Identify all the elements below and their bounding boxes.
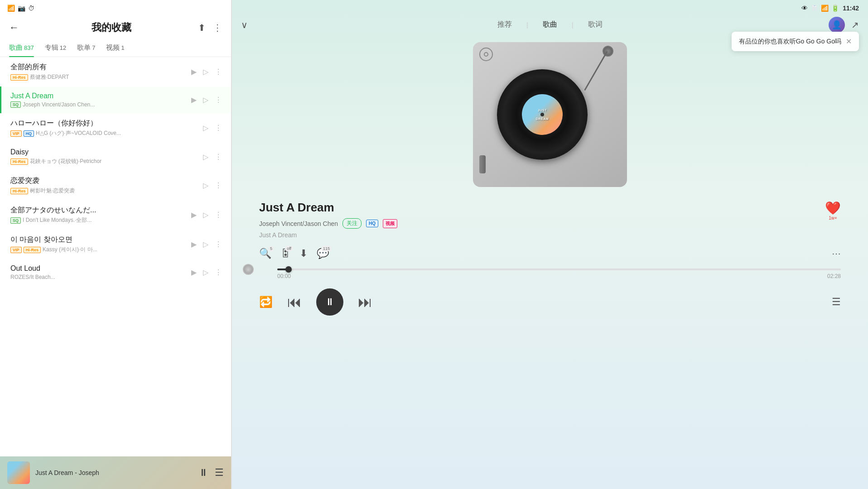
more-options-button[interactable]: ⋮ [215,268,222,277]
sound-quality-badge: 5 [268,246,274,251]
badge-sq: SQ [10,101,21,108]
play-video-button[interactable]: ▶ [191,268,197,277]
add-to-playlist-button[interactable]: ▷ [203,124,208,132]
song-artist: I Don't Like Mondays.·全部... [23,216,92,224]
more-options-button[interactable]: ⋮ [215,240,222,249]
play-video-button[interactable]: ▶ [191,240,197,249]
list-item[interactable]: Daisy Hi-Res 花鋏キョウ (花铰镜)·Petrichor ▷ ⋮ [0,143,231,171]
nav-tab-songs[interactable]: 歌曲 [543,20,557,29]
header-actions: ⬆ ⋮ [198,22,222,33]
more-options-button[interactable]: ⋮ [215,124,222,132]
play-video-button[interactable]: ▶ [191,96,197,104]
list-item[interactable]: 이 마음이 찾아오면 VIP Hi-Res Kassy (케이시)·이 마...… [0,230,231,259]
total-time: 02:28 [827,273,841,279]
right-panel: 👁 🦷 📶 🔋 11:42 ∨ 推荐 | 歌曲 | 歌词 👤 ↗ 有品位的你也喜… [232,0,868,489]
song-title: Out Loud [10,264,188,273]
tabs-bar: 歌曲837 专辑12 歌单7 视频1 [0,39,231,57]
playlist-button[interactable]: ☰ [832,296,841,308]
vinyl-knob [243,264,254,275]
next-button[interactable]: ⏭ [358,294,372,311]
mini-playlist-button[interactable]: ☰ [215,467,224,479]
add-to-playlist-button[interactable]: ▷ [203,240,208,249]
song-detail: Just A Dream Joseph Vincent/Jason Chen 关… [232,192,868,243]
camera-icon: 📷 [18,5,25,12]
current-time: 00:00 [277,273,291,279]
tab-songs[interactable]: 歌曲837 [9,39,34,57]
turntable-knob [479,155,486,173]
avatar[interactable]: 👤 [829,17,845,33]
collapse-button[interactable]: ∨ [241,19,248,30]
nav-tab-recommend[interactable]: 推荐 [497,20,512,29]
progress-area: 00:00 02:28 [232,264,868,279]
right-status-bar: 👁 🦷 📶 🔋 11:42 [232,0,868,16]
list-item[interactable]: 全部アナタのせいなんだ... SQ I Don't Like Mondays.·… [0,200,231,230]
add-to-playlist-button[interactable]: ▷ [203,211,208,219]
progress-thumb[interactable] [285,266,292,273]
player-song-title: Just A Dream [259,201,825,215]
add-to-playlist-button[interactable]: ▷ [203,268,208,277]
tab-playlists[interactable]: 歌单7 [77,39,95,57]
list-item[interactable]: 恋爱突袭 Hi-Res 树影叶魅·恋爱突袭 ▷ ⋮ [0,171,231,200]
equalizer-badge: off [285,246,293,251]
song-artist: ROZES/It Beach... [10,274,55,280]
add-to-playlist-button[interactable]: ▷ [203,181,208,190]
action-equalizer[interactable]: 🎛 off [280,248,290,259]
nav-tab-lyrics[interactable]: 歌词 [588,20,603,29]
badge-hires: Hi-Res [24,247,41,253]
back-button[interactable]: ← [9,22,19,34]
more-options-button[interactable]: ⋮ [215,153,222,161]
song-list: 全部的所有 Hi-Res 蔡健雅·DEPART ▶ ▷ ⋮ Just A Dre… [0,57,231,489]
album-area: JUSTADREAM [232,33,868,192]
tooltip-text: 有品位的你也喜欢听Go Go Go Go吗 [739,38,841,46]
pause-button[interactable]: ⏸ [316,288,343,316]
action-download[interactable]: ⬇ [299,248,308,259]
follow-button[interactable]: 关注 [342,218,362,229]
play-video-button[interactable]: ▶ [191,211,197,219]
add-to-playlist-button[interactable]: ▷ [203,67,208,76]
action-row: 🔍 5 🎛 off ⬇ 💬 115 ⋯ [232,243,868,264]
action-comment[interactable]: 💬 115 [317,248,329,259]
more-options-button[interactable]: ⋮ [215,67,222,76]
list-item[interactable]: Out Loud ROZES/It Beach... ▶ ▷ ⋮ [0,259,231,286]
tooltip-close-button[interactable]: ✕ [846,37,852,46]
song-title: 이 마음이 찾아오면 [10,235,188,244]
list-item[interactable]: ハローハロー（你好你好） VIP HQ H△G (ハグ)·声~VOCALOID … [0,113,231,143]
mini-player[interactable]: Just A Dream - Joseph ⏸ ☰ [0,456,231,489]
battery-icon: 🔋 [831,5,839,12]
quality-badge-hq: HQ [366,220,378,227]
more-button[interactable]: ⋮ [213,22,222,33]
list-item[interactable]: 全部的所有 Hi-Res 蔡健雅·DEPART ▶ ▷ ⋮ [0,57,231,86]
eye-icon: 👁 [801,5,808,12]
right-header: ∨ 推荐 | 歌曲 | 歌词 👤 ↗ [232,16,868,33]
more-actions-button[interactable]: ⋯ [832,248,841,259]
progress-track[interactable] [277,268,841,270]
mini-player-title: Just A Dream - Joseph [35,469,193,476]
timer-icon: ⏱ [28,5,34,12]
badge-hires: Hi-Res [10,74,28,81]
mini-pause-button[interactable]: ⏸ [198,467,208,479]
list-item-active[interactable]: Just A Dream SQ Joseph Vincent/Jason Che… [0,86,231,113]
quality-badge-video: 视频 [383,219,397,228]
turntable: JUSTADREAM [473,42,627,187]
badge-vip: VIP [10,130,22,137]
tab-albums[interactable]: 专辑12 [45,39,66,57]
more-options-button[interactable]: ⋮ [215,211,222,219]
like-button[interactable]: ❤️ 1w+ [825,201,841,221]
badge-sq: SQ [10,217,21,224]
status-time: 11:42 [843,5,859,12]
page-title: 我的收藏 [24,21,198,34]
song-artist: 蔡健雅·DEPART [30,73,69,81]
share-button[interactable]: ↗ [851,19,859,30]
song-title: 全部アナタのせいなんだ... [10,206,188,215]
previous-button[interactable]: ⏮ [287,294,302,311]
add-to-playlist-button[interactable]: ▷ [203,153,208,161]
repeat-button[interactable]: 🔁 [259,296,273,308]
play-video-button[interactable]: ▶ [191,67,197,76]
add-to-playlist-button[interactable]: ▷ [203,96,208,104]
action-sound-quality[interactable]: 🔍 5 [259,248,271,259]
more-options-button[interactable]: ⋮ [215,181,222,190]
more-options-button[interactable]: ⋮ [215,96,222,104]
tab-videos[interactable]: 视频1 [106,39,124,57]
badge-vip: VIP [10,247,22,253]
export-button[interactable]: ⬆ [198,22,206,33]
